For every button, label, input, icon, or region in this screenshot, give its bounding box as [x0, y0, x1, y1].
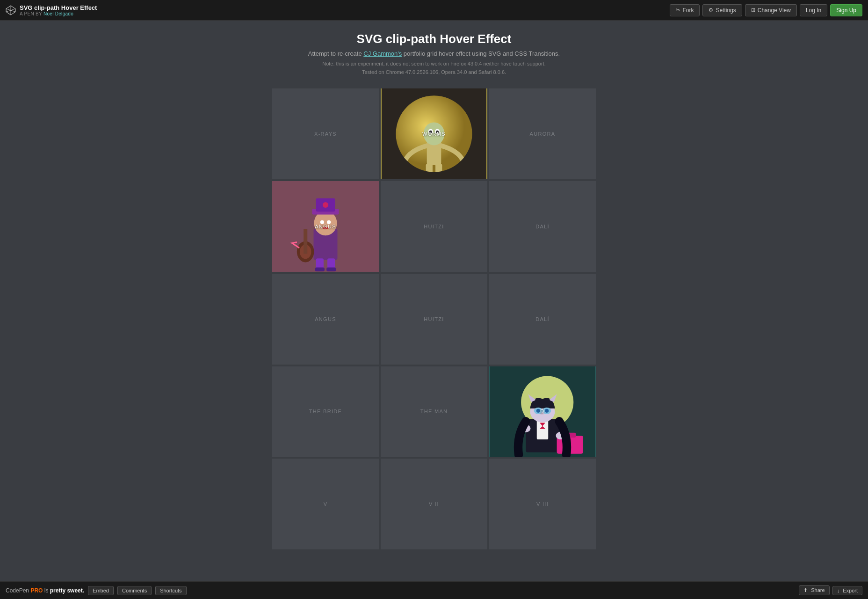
- embed-button[interactable]: Embed: [88, 586, 114, 595]
- svg-line-3: [6, 10, 11, 12]
- svg-line-2: [11, 8, 15, 10]
- share-icon: ⬆: [803, 587, 808, 593]
- grid-cell-x-rays[interactable]: X-RAYS: [272, 88, 379, 179]
- svg-rect-29: [304, 229, 307, 254]
- pen-title-block: SVG clip-path Hover Effect A PEN BY Noel…: [20, 4, 97, 16]
- svg-rect-33: [326, 268, 336, 271]
- grid-cell-worms[interactable]: WORMS: [381, 88, 487, 179]
- brand-text: CodePen PRO is pretty sweet.: [6, 587, 84, 594]
- cell-label-worms: WORMS: [422, 131, 446, 137]
- fork-icon: ✂: [676, 7, 680, 13]
- cell-label-v3: V III: [536, 501, 549, 507]
- cell-label-man: THE MAN: [420, 409, 448, 414]
- portfolio-grid: X-RAYS: [270, 88, 598, 549]
- login-button[interactable]: Log In: [800, 4, 827, 16]
- cell-label-x-rays: X-RAYS: [314, 131, 337, 137]
- cell-label-aurora: AURORA: [530, 131, 556, 137]
- grid-cell-huitzi2[interactable]: HUITZI: [381, 274, 487, 365]
- page-header: SVG clip-path Hover Effect Attempt to re…: [0, 21, 868, 84]
- svg-point-44: [545, 409, 549, 412]
- cell-label-angus2: ANGUS: [315, 316, 336, 322]
- grid-cell-dracula[interactable]: D: [489, 366, 596, 457]
- grid-cell-dali2[interactable]: DALÍ: [489, 274, 596, 365]
- svg-point-43: [536, 409, 540, 412]
- cell-label-v2: V II: [429, 501, 439, 507]
- grid-cell-angus-active[interactable]: ANGUS: [272, 181, 379, 272]
- brand-pro: PRO: [30, 587, 43, 594]
- cell-label-huitzi1: HUITZI: [424, 224, 444, 229]
- nav-left: SVG clip-path Hover Effect A PEN BY Noel…: [6, 4, 97, 16]
- pen-logo: [6, 5, 16, 15]
- grid-cell-bride[interactable]: THE BRIDE: [272, 366, 379, 457]
- codepen-logo-icon: [6, 5, 16, 15]
- top-nav: SVG clip-path Hover Effect A PEN BY Noel…: [0, 0, 868, 21]
- settings-icon: ⚙: [709, 7, 713, 13]
- cell-label-v1: V: [324, 501, 328, 507]
- bottom-bar: CodePen PRO is pretty sweet. Embed Comme…: [0, 581, 868, 599]
- pen-author-line: A PEN BY Noel Delgado: [20, 11, 97, 16]
- export-icon: ↓: [837, 588, 840, 593]
- svg-rect-30: [316, 258, 324, 269]
- change-view-button[interactable]: ⊞ Change View: [745, 4, 797, 16]
- fork-button[interactable]: ✂ Fork: [670, 4, 700, 16]
- cj-gammon-link[interactable]: CJ Gammon's: [363, 50, 402, 57]
- signup-button[interactable]: Sign Up: [830, 4, 862, 16]
- grid-cell-v2[interactable]: V II: [381, 459, 487, 549]
- cell-label-huitzi2: HUITZI: [424, 316, 444, 322]
- shortcuts-button[interactable]: Shortcuts: [155, 586, 186, 595]
- grid-cell-v3[interactable]: V III: [489, 459, 596, 549]
- grid-cell-dali1[interactable]: DALÍ: [489, 181, 596, 272]
- grid-cell-angus2[interactable]: ANGUS: [272, 274, 379, 365]
- page-title: SVG clip-path Hover Effect: [9, 32, 859, 46]
- cell-label-angus-active: ANGUS: [315, 224, 336, 229]
- svg-rect-32: [315, 268, 325, 271]
- bottom-left: CodePen PRO is pretty sweet. Embed Comme…: [6, 586, 187, 595]
- cell-label-dracula: D: [540, 409, 544, 414]
- comments-button[interactable]: Comments: [117, 586, 152, 595]
- grid-cell-v1[interactable]: V: [272, 459, 379, 549]
- cell-label-dali2: DALÍ: [535, 316, 550, 322]
- svg-line-4: [11, 10, 15, 12]
- grid-cell-aurora[interactable]: AURORA: [489, 88, 596, 179]
- grid-cell-man[interactable]: THE MAN: [381, 366, 487, 457]
- svg-point-23: [323, 202, 328, 208]
- svg-rect-31: [327, 258, 335, 269]
- bottom-right: ⬆ Share ↓ Export: [799, 585, 862, 595]
- cell-label-dali1: DALÍ: [535, 224, 550, 229]
- svg-line-1: [6, 8, 11, 10]
- change-view-icon: ⊞: [751, 7, 755, 13]
- nav-right: ✂ Fork ⚙ Settings ⊞ Change View Log In S…: [670, 4, 862, 16]
- page-subtitle: Attempt to re-create CJ Gammon's portfol…: [9, 50, 859, 57]
- share-button[interactable]: ⬆ Share: [799, 585, 829, 595]
- pen-title: SVG clip-path Hover Effect: [20, 4, 97, 11]
- page-note: Note: this is an experiment, it does not…: [9, 60, 859, 76]
- cell-label-bride: THE BRIDE: [309, 409, 342, 414]
- grid-cell-huitzi1[interactable]: HUITZI: [381, 181, 487, 272]
- settings-button[interactable]: ⚙ Settings: [702, 4, 742, 16]
- pen-author-link[interactable]: Noel Delgado: [43, 11, 73, 16]
- export-button[interactable]: ↓ Export: [832, 586, 862, 595]
